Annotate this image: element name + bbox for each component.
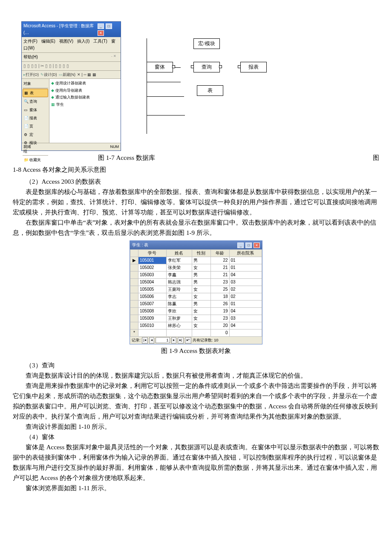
cell[interactable]: 01 (229, 257, 262, 264)
titlebar[interactable]: Microsoft Access - [学生管理 : 数据库 (… _ □ ✕ (22, 22, 121, 37)
cell[interactable]: 18 (210, 293, 229, 300)
table-row[interactable]: 105004韩志强男2303 (130, 278, 262, 286)
cell[interactable]: 韩志强 (166, 278, 192, 286)
list-item[interactable]: ◆使用设计器创建表 (50, 80, 120, 87)
menu-tools[interactable]: 工具(T) (93, 39, 107, 43)
list-item[interactable]: ◆使用向导创建表 (50, 87, 120, 94)
sidebar-item-报表[interactable]: 📄报表 (23, 114, 48, 122)
cell[interactable] (192, 329, 210, 336)
cell[interactable]: 105001 (138, 257, 167, 264)
maximize-icon[interactable]: □ (245, 243, 252, 248)
table-row[interactable]: 105008李欣女1904 (130, 307, 262, 315)
window-buttons[interactable]: _ □ ✕ (97, 23, 119, 36)
row-selector[interactable] (130, 300, 138, 307)
cell[interactable]: 04 (229, 322, 262, 329)
datasheet-title[interactable]: 学生 : 表 _ □ ✕ (130, 241, 262, 249)
nav-first-icon[interactable]: |◂ (142, 337, 148, 344)
cell[interactable]: 105009 (138, 315, 167, 322)
object-list[interactable]: ◆使用设计器创建表◆使用向导创建表◆通过输入数据创建表▦学生 (49, 79, 121, 143)
list-item[interactable]: ◆通过输入数据创建表 (50, 94, 120, 101)
row-selector[interactable] (130, 322, 138, 329)
cell[interactable]: 03 (229, 278, 262, 286)
cell[interactable]: 女 (192, 322, 210, 329)
cell[interactable]: 男 (192, 300, 210, 307)
cell[interactable]: 02 (229, 293, 262, 300)
table-row[interactable]: 105003李鑫男2104 (130, 271, 262, 278)
menu-file[interactable]: 文件(F) (23, 39, 37, 43)
table-row[interactable]: 105002张美荣女2101 (130, 264, 262, 271)
cell[interactable]: 男 (192, 271, 210, 278)
cell[interactable]: 23 (210, 278, 229, 286)
open-button[interactable]: ▸打开(O) (23, 72, 39, 78)
record-navigator[interactable]: 记录: |◂ ◂ ▸ ▸| ▸* 共有记录数: 10 (130, 337, 262, 344)
column-header[interactable]: 性别 (192, 249, 210, 257)
sidebar-item-页[interactable]: 📄页 (23, 122, 48, 130)
cell[interactable]: 23 (210, 315, 229, 322)
cell[interactable]: 陈赢 (166, 300, 192, 307)
cell[interactable]: 林苏心 (166, 322, 192, 329)
cell[interactable]: 25 (210, 286, 229, 293)
minimize-icon[interactable]: _ (237, 243, 244, 248)
table-row[interactable]: 105007陈赢男2601 (130, 300, 262, 307)
db-toolbar[interactable]: ▸打开(O) ✎设计(D) ▭新建(N) ✕ | ▫▫ ▦ ▦ (22, 71, 121, 79)
cell[interactable]: 02 (229, 286, 262, 293)
table-row[interactable]: 105009王秋萝女2303 (130, 315, 262, 322)
cell[interactable]: 22 (210, 257, 229, 264)
mdi-restore-close[interactable]: - ✕ (111, 54, 116, 61)
cell[interactable]: 女 (192, 315, 210, 322)
menu-insert[interactable]: 插入(I) (77, 39, 89, 43)
row-selector[interactable] (130, 286, 138, 293)
column-header[interactable]: 所在院系 (229, 249, 262, 257)
row-selector[interactable]: ▶ (130, 257, 138, 264)
table-row[interactable]: 105006李志女1802 (130, 293, 262, 300)
cell[interactable]: 李鑫 (166, 271, 192, 278)
table-row[interactable]: 105010林苏心女2004 (130, 322, 262, 329)
column-header[interactable]: 年龄 (210, 249, 229, 257)
sidebar-item-窗体[interactable]: ▭窗体 (23, 106, 48, 114)
new-button[interactable]: ▭新建(N) (59, 72, 76, 78)
view-icons[interactable]: ✕ | ▫▫ ▦ ▦ (77, 72, 96, 78)
row-selector[interactable] (130, 307, 138, 315)
datasheet-table[interactable]: 学号姓名性别年龄所在院系 ▶105001李红军男2201105002张美荣女21… (130, 249, 262, 337)
maximize-icon[interactable]: □ (106, 23, 112, 29)
menubar-2[interactable]: 帮助(H) - ✕ (22, 53, 121, 62)
cell[interactable]: 李红军 (166, 257, 192, 264)
nav-prev-icon[interactable]: ◂ (149, 337, 154, 344)
row-selector-header[interactable] (130, 249, 138, 257)
column-header[interactable]: 姓名 (166, 249, 192, 257)
cell[interactable] (229, 329, 262, 336)
design-button[interactable]: ✎设计(D) (40, 72, 57, 78)
cell[interactable]: 女 (192, 293, 210, 300)
cell[interactable]: 女 (192, 307, 210, 315)
object-pane[interactable]: 对象 ▦表🔍查询▭窗体📄报表📄页⚙宏⚙模块 组 📁 收藏夹 (22, 79, 49, 143)
cell[interactable]: 21 (210, 271, 229, 278)
row-selector[interactable]: * (130, 329, 138, 336)
datasheet-window-buttons[interactable]: _ □ ✕ (237, 242, 260, 249)
row-selector[interactable] (130, 293, 138, 300)
cell[interactable]: 105007 (138, 300, 167, 307)
cell[interactable]: 03 (229, 315, 262, 322)
nav-current-input[interactable] (156, 337, 170, 343)
cell[interactable]: 李欣 (166, 307, 192, 315)
cell[interactable]: 张美荣 (166, 264, 192, 271)
cell[interactable]: 李志 (166, 293, 192, 300)
cell[interactable]: 105003 (138, 271, 167, 278)
row-selector[interactable] (130, 315, 138, 322)
cell[interactable]: 0 (210, 329, 229, 336)
cell[interactable]: 女 (192, 264, 210, 271)
column-header[interactable]: 学号 (138, 249, 167, 257)
cell[interactable]: 04 (229, 307, 262, 315)
cell[interactable]: 男 (192, 257, 210, 264)
cell[interactable]: 105005 (138, 286, 167, 293)
cell[interactable]: 04 (229, 271, 262, 278)
close-icon[interactable]: ✕ (98, 30, 104, 36)
main-toolbar[interactable]: ▯ ▯ ▯ ▯ | ✂ ▯ ▯ | ▯ ▯ ▯ ▯ (22, 62, 121, 71)
table-row[interactable]: 105005王栗玲女2502 (130, 286, 262, 293)
cell[interactable] (166, 329, 192, 336)
row-selector[interactable] (130, 264, 138, 271)
cell[interactable]: 男 (192, 278, 210, 286)
cell[interactable]: 01 (229, 300, 262, 307)
nav-next-icon[interactable]: ▸ (171, 337, 176, 344)
cell[interactable]: 105004 (138, 278, 167, 286)
nav-new-icon[interactable]: ▸* (185, 337, 191, 344)
